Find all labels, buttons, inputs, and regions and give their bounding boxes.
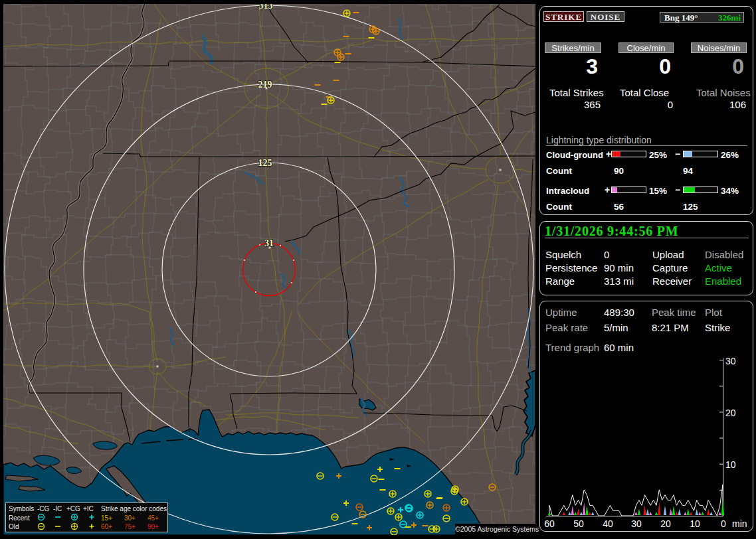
svg-text:219: 219 — [258, 80, 272, 90]
svg-text:125: 125 — [258, 158, 272, 168]
svg-text:313: 313 — [259, 4, 273, 11]
